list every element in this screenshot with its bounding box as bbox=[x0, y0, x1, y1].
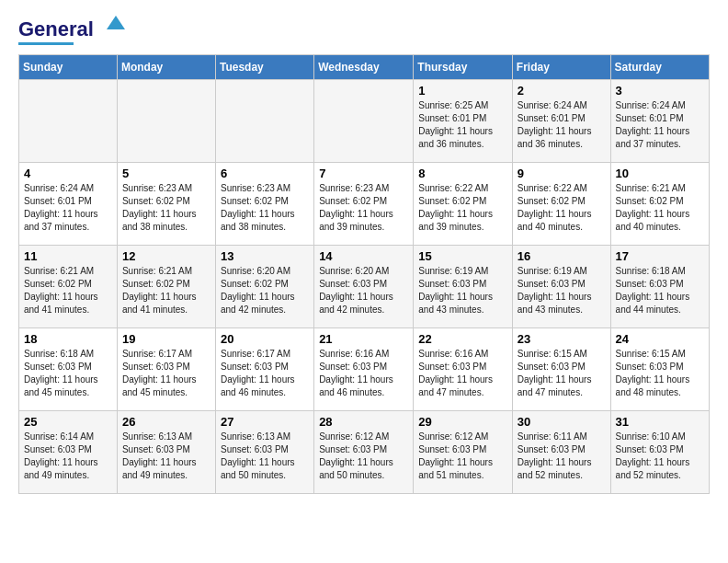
calendar-cell: 21Sunrise: 6:16 AM Sunset: 6:03 PM Dayli… bbox=[314, 328, 414, 411]
header-wednesday: Wednesday bbox=[314, 55, 414, 80]
day-info: Sunrise: 6:13 AM Sunset: 6:03 PM Dayligh… bbox=[122, 431, 210, 482]
day-number: 23 bbox=[518, 332, 606, 346]
day-info: Sunrise: 6:21 AM Sunset: 6:02 PM Dayligh… bbox=[24, 265, 112, 316]
calendar-cell: 26Sunrise: 6:13 AM Sunset: 6:03 PM Dayli… bbox=[117, 411, 215, 494]
day-info: Sunrise: 6:17 AM Sunset: 6:03 PM Dayligh… bbox=[122, 348, 210, 399]
calendar-cell: 15Sunrise: 6:19 AM Sunset: 6:03 PM Dayli… bbox=[414, 246, 513, 328]
calendar-cell: 19Sunrise: 6:17 AM Sunset: 6:03 PM Dayli… bbox=[117, 328, 215, 411]
day-number: 20 bbox=[221, 332, 309, 346]
calendar-cell bbox=[117, 80, 215, 163]
day-number: 18 bbox=[24, 332, 112, 346]
calendar-cell: 14Sunrise: 6:20 AM Sunset: 6:03 PM Dayli… bbox=[314, 246, 414, 328]
day-info: Sunrise: 6:23 AM Sunset: 6:02 PM Dayligh… bbox=[319, 182, 408, 234]
day-info: Sunrise: 6:20 AM Sunset: 6:03 PM Dayligh… bbox=[319, 265, 408, 316]
day-info: Sunrise: 6:24 AM Sunset: 6:01 PM Dayligh… bbox=[616, 99, 704, 151]
calendar-cell bbox=[19, 80, 118, 163]
svg-marker-0 bbox=[107, 16, 125, 29]
calendar-cell: 10Sunrise: 6:21 AM Sunset: 6:02 PM Dayli… bbox=[610, 163, 709, 246]
calendar-cell: 4Sunrise: 6:24 AM Sunset: 6:01 PM Daylig… bbox=[19, 163, 118, 246]
calendar-cell: 30Sunrise: 6:11 AM Sunset: 6:03 PM Dayli… bbox=[512, 411, 610, 494]
calendar-cell bbox=[215, 80, 313, 163]
day-number: 19 bbox=[122, 332, 210, 346]
day-info: Sunrise: 6:17 AM Sunset: 6:03 PM Dayligh… bbox=[221, 348, 309, 399]
header-monday: Monday bbox=[117, 55, 215, 80]
day-number: 25 bbox=[24, 415, 112, 429]
day-number: 10 bbox=[616, 167, 704, 180]
calendar-cell bbox=[314, 80, 414, 163]
day-number: 15 bbox=[418, 249, 507, 263]
day-info: Sunrise: 6:20 AM Sunset: 6:02 PM Dayligh… bbox=[221, 265, 309, 316]
day-number: 11 bbox=[24, 249, 112, 263]
day-info: Sunrise: 6:24 AM Sunset: 6:01 PM Dayligh… bbox=[518, 99, 606, 151]
day-info: Sunrise: 6:19 AM Sunset: 6:03 PM Dayligh… bbox=[418, 265, 507, 316]
day-number: 22 bbox=[418, 332, 507, 346]
logo-icon bbox=[97, 11, 125, 39]
calendar-cell: 31Sunrise: 6:10 AM Sunset: 6:03 PM Dayli… bbox=[610, 411, 709, 494]
header-friday: Friday bbox=[512, 55, 610, 80]
day-info: Sunrise: 6:22 AM Sunset: 6:02 PM Dayligh… bbox=[418, 182, 507, 234]
calendar-header-row: SundayMondayTuesdayWednesdayThursdayFrid… bbox=[19, 55, 710, 80]
calendar-week-row: 25Sunrise: 6:14 AM Sunset: 6:03 PM Dayli… bbox=[19, 411, 710, 494]
calendar-cell: 12Sunrise: 6:21 AM Sunset: 6:02 PM Dayli… bbox=[117, 246, 215, 328]
day-info: Sunrise: 6:19 AM Sunset: 6:03 PM Dayligh… bbox=[518, 265, 606, 316]
day-info: Sunrise: 6:15 AM Sunset: 6:03 PM Dayligh… bbox=[518, 348, 606, 399]
day-info: Sunrise: 6:16 AM Sunset: 6:03 PM Dayligh… bbox=[319, 348, 408, 399]
calendar-cell: 9Sunrise: 6:22 AM Sunset: 6:02 PM Daylig… bbox=[512, 163, 610, 246]
day-info: Sunrise: 6:10 AM Sunset: 6:03 PM Dayligh… bbox=[616, 431, 704, 482]
header-thursday: Thursday bbox=[414, 55, 513, 80]
day-info: Sunrise: 6:23 AM Sunset: 6:02 PM Dayligh… bbox=[221, 182, 309, 234]
calendar-cell: 3Sunrise: 6:24 AM Sunset: 6:01 PM Daylig… bbox=[610, 80, 709, 163]
day-number: 16 bbox=[518, 249, 606, 263]
day-number: 27 bbox=[221, 415, 309, 429]
header-tuesday: Tuesday bbox=[215, 55, 313, 80]
calendar-cell: 17Sunrise: 6:18 AM Sunset: 6:03 PM Dayli… bbox=[610, 246, 709, 328]
day-number: 28 bbox=[319, 415, 408, 429]
day-info: Sunrise: 6:12 AM Sunset: 6:03 PM Dayligh… bbox=[319, 431, 408, 482]
day-number: 3 bbox=[616, 84, 704, 98]
calendar-cell: 11Sunrise: 6:21 AM Sunset: 6:02 PM Dayli… bbox=[19, 246, 118, 328]
calendar-cell: 20Sunrise: 6:17 AM Sunset: 6:03 PM Dayli… bbox=[215, 328, 313, 411]
calendar-cell: 28Sunrise: 6:12 AM Sunset: 6:03 PM Dayli… bbox=[314, 411, 414, 494]
day-info: Sunrise: 6:22 AM Sunset: 6:02 PM Dayligh… bbox=[518, 182, 606, 234]
day-info: Sunrise: 6:14 AM Sunset: 6:03 PM Dayligh… bbox=[24, 431, 112, 482]
day-info: Sunrise: 6:12 AM Sunset: 6:03 PM Dayligh… bbox=[418, 431, 507, 482]
day-info: Sunrise: 6:13 AM Sunset: 6:03 PM Dayligh… bbox=[221, 431, 309, 482]
calendar-cell: 8Sunrise: 6:22 AM Sunset: 6:02 PM Daylig… bbox=[414, 163, 513, 246]
day-number: 7 bbox=[319, 167, 408, 180]
calendar-week-row: 18Sunrise: 6:18 AM Sunset: 6:03 PM Dayli… bbox=[19, 328, 710, 411]
day-number: 26 bbox=[122, 415, 210, 429]
calendar-table: SundayMondayTuesdayWednesdayThursdayFrid… bbox=[18, 54, 710, 494]
day-info: Sunrise: 6:23 AM Sunset: 6:02 PM Dayligh… bbox=[122, 182, 210, 234]
header-saturday: Saturday bbox=[610, 55, 709, 80]
day-info: Sunrise: 6:11 AM Sunset: 6:03 PM Dayligh… bbox=[518, 431, 606, 482]
calendar-cell: 6Sunrise: 6:23 AM Sunset: 6:02 PM Daylig… bbox=[215, 163, 313, 246]
header-sunday: Sunday bbox=[19, 55, 118, 80]
day-number: 31 bbox=[616, 415, 704, 429]
calendar-cell: 22Sunrise: 6:16 AM Sunset: 6:03 PM Dayli… bbox=[414, 328, 513, 411]
day-info: Sunrise: 6:21 AM Sunset: 6:02 PM Dayligh… bbox=[122, 265, 210, 316]
calendar-cell: 2Sunrise: 6:24 AM Sunset: 6:01 PM Daylig… bbox=[512, 80, 610, 163]
calendar-cell: 23Sunrise: 6:15 AM Sunset: 6:03 PM Dayli… bbox=[512, 328, 610, 411]
calendar-cell: 29Sunrise: 6:12 AM Sunset: 6:03 PM Dayli… bbox=[414, 411, 513, 494]
calendar-cell: 27Sunrise: 6:13 AM Sunset: 6:03 PM Dayli… bbox=[215, 411, 313, 494]
calendar-cell: 5Sunrise: 6:23 AM Sunset: 6:02 PM Daylig… bbox=[117, 163, 215, 246]
day-info: Sunrise: 6:18 AM Sunset: 6:03 PM Dayligh… bbox=[24, 348, 112, 399]
day-number: 30 bbox=[518, 415, 606, 429]
day-number: 17 bbox=[616, 249, 704, 263]
day-number: 6 bbox=[221, 167, 309, 180]
calendar-cell: 18Sunrise: 6:18 AM Sunset: 6:03 PM Dayli… bbox=[19, 328, 118, 411]
day-number: 2 bbox=[518, 84, 606, 98]
logo: General bbox=[18, 18, 125, 45]
day-info: Sunrise: 6:25 AM Sunset: 6:01 PM Dayligh… bbox=[418, 99, 507, 151]
calendar-cell: 16Sunrise: 6:19 AM Sunset: 6:03 PM Dayli… bbox=[512, 246, 610, 328]
day-number: 9 bbox=[518, 167, 606, 180]
day-info: Sunrise: 6:18 AM Sunset: 6:03 PM Dayligh… bbox=[616, 265, 704, 316]
calendar-week-row: 1Sunrise: 6:25 AM Sunset: 6:01 PM Daylig… bbox=[19, 80, 710, 163]
calendar-cell: 24Sunrise: 6:15 AM Sunset: 6:03 PM Dayli… bbox=[610, 328, 709, 411]
day-number: 14 bbox=[319, 249, 408, 263]
calendar-cell: 7Sunrise: 6:23 AM Sunset: 6:02 PM Daylig… bbox=[314, 163, 414, 246]
page-header: General bbox=[18, 18, 710, 45]
day-number: 5 bbox=[122, 167, 210, 180]
day-info: Sunrise: 6:15 AM Sunset: 6:03 PM Dayligh… bbox=[616, 348, 704, 399]
calendar-cell: 25Sunrise: 6:14 AM Sunset: 6:03 PM Dayli… bbox=[19, 411, 118, 494]
